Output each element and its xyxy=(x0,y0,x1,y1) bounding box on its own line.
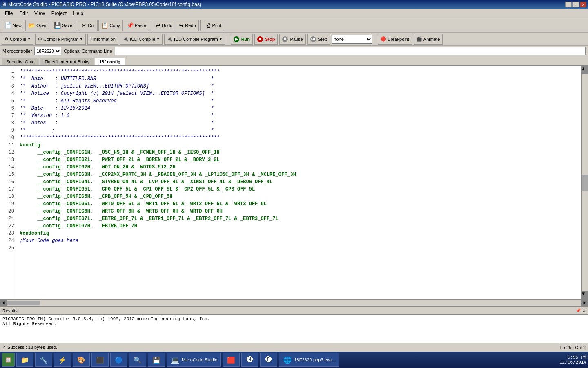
line-number: 10 xyxy=(0,134,14,141)
taskbar: 🪟 📁 🔧 ⚡ 🎨 ⬛ 🔵 🔍 💾 💻 MicroCode Studio 🟥 🅜… xyxy=(0,352,588,368)
code-line: '***************************************… xyxy=(20,134,578,141)
microcontroller-select[interactable]: 18F2620 xyxy=(34,47,61,55)
microcode-icon: 💻 xyxy=(170,355,180,365)
line-number: 14 xyxy=(0,164,14,171)
icd-compile-program-button[interactable]: 🔌 ICD Compile Program ▼ xyxy=(164,34,225,45)
command-line-input[interactable] xyxy=(115,47,586,55)
close-button[interactable]: ✕ xyxy=(580,2,586,7)
line-number: 20 xyxy=(0,208,14,215)
code-editor[interactable]: '***************************************… xyxy=(16,66,581,299)
pause-icon: ⏸ xyxy=(282,36,288,42)
results-header: Results 📌 ✕ xyxy=(0,307,588,315)
run-button[interactable]: ▶ Run xyxy=(231,34,253,45)
vertical-scrollbar[interactable]: ▲ ▼ xyxy=(581,66,588,299)
taskbar-cmd[interactable]: ⬛ xyxy=(91,353,109,367)
open-button[interactable]: 📂 Open xyxy=(25,20,50,31)
line-number: 6 xyxy=(0,105,14,112)
code-line: __config _CONFIG5L, _CP0_OFF_5L & _CP1_O… xyxy=(20,186,578,193)
compile-button[interactable]: ⚙ Compile ▼ xyxy=(2,34,33,45)
taskbar-dp[interactable]: 🅓 xyxy=(260,353,277,367)
scroll-right-button[interactable]: ▶ xyxy=(581,300,588,306)
code-line: '* Author : [select VIEW...EDITOR OPTION… xyxy=(20,83,578,90)
menu-view[interactable]: View xyxy=(31,10,48,17)
code-line: '* ; * xyxy=(20,127,578,134)
cut-icon: ✂ xyxy=(82,22,87,29)
line-number: 19 xyxy=(0,200,14,208)
taskbar-microcode[interactable]: 💻 MicroCode Studio xyxy=(167,353,221,367)
compile-program-icon: ⚙ xyxy=(38,36,42,42)
browser-label: 18F2620 pbp3 exa... xyxy=(294,357,335,362)
icd-compile-program-dropdown-arrow: ▼ xyxy=(219,37,223,41)
scroll-down-button[interactable]: ▼ xyxy=(582,291,588,299)
results-panel: Results 📌 ✕ PICBASIC PRO(TM) Compiler 3.… xyxy=(0,306,588,343)
redo-button[interactable]: ↪ Redo xyxy=(176,20,198,31)
breakpoint-button[interactable]: 🔴 Breakpoint xyxy=(378,34,412,45)
stop-icon: ■ xyxy=(257,36,263,42)
compile-icon: ⚙ xyxy=(4,36,9,42)
taskbar-masm[interactable]: 🅜 xyxy=(241,353,258,367)
line-number: 9 xyxy=(0,127,14,134)
taskbar-arduino[interactable]: ⚡ xyxy=(54,353,71,367)
print-button[interactable]: 🖨 Print xyxy=(203,20,225,31)
compile-program-button[interactable]: ⚙ Compile Program ▼ xyxy=(35,34,86,45)
hscroll-thumb[interactable] xyxy=(7,301,40,305)
information-button[interactable]: ℹ Information xyxy=(87,34,118,45)
animate-button[interactable]: 🎬 Animate xyxy=(414,34,443,45)
microcontroller-label: Microcontroller xyxy=(2,49,32,54)
cut-button[interactable]: ✂ Cut xyxy=(79,20,98,31)
code-line: '***************************************… xyxy=(20,68,578,75)
code-line: __config _CONFIG4L, _STVREN_ON_4L & _LVP… xyxy=(20,178,578,186)
results-title: Results xyxy=(2,308,18,313)
copy-button[interactable]: 📋 Copy xyxy=(98,20,123,31)
taskbar-pbp3[interactable]: 🟥 xyxy=(223,353,240,367)
menu-edit[interactable]: Edit xyxy=(16,10,31,17)
arduino2-icon: 🔵 xyxy=(114,355,124,365)
results-pin-button[interactable]: 📌 xyxy=(576,308,581,313)
tab-timer1[interactable]: Timer1 Interrupt Blinky xyxy=(40,58,94,65)
icd-compile-button[interactable]: 🔌 ICD Compile ▼ xyxy=(120,34,163,45)
line-number: 7 xyxy=(0,112,14,119)
new-button[interactable]: 📄 New xyxy=(2,20,24,31)
separator-c2 xyxy=(375,34,375,45)
taskbar-pickit2[interactable]: 🔧 xyxy=(35,353,52,367)
taskbar-paint[interactable]: 🎨 xyxy=(73,353,90,367)
stop-button[interactable]: ■ Stop xyxy=(254,34,278,45)
run-icon: ▶ xyxy=(234,36,239,42)
taskbar-usb[interactable]: 💾 xyxy=(148,353,165,367)
save-button[interactable]: 💾 Save xyxy=(51,20,75,31)
none-select[interactable]: none xyxy=(332,35,372,44)
taskbar-explorer[interactable]: 📁 xyxy=(16,353,33,367)
separator-c1 xyxy=(228,34,228,45)
line-number: 11 xyxy=(0,141,14,149)
maximize-button[interactable]: □ xyxy=(572,2,579,7)
taskbar-browser[interactable]: 🌐 18F2620 pbp3 exa... xyxy=(279,353,339,367)
scroll-thumb[interactable] xyxy=(582,175,588,191)
step-button[interactable]: ⏭ Step xyxy=(307,34,330,45)
taskbar-search[interactable]: 🔍 xyxy=(129,353,146,367)
masm-icon: 🅜 xyxy=(245,355,255,365)
tab-security-gate[interactable]: Security_Gate xyxy=(2,58,39,65)
start-button[interactable]: 🪟 xyxy=(2,353,15,367)
dp-icon: 🅓 xyxy=(264,355,274,365)
undo-button[interactable]: ↩ Undo xyxy=(153,20,175,31)
menu-help[interactable]: Help xyxy=(70,10,87,17)
mcu-bar: Microcontroller 18F2620 Optional Command… xyxy=(0,46,588,56)
explorer-icon: 📁 xyxy=(20,355,30,365)
code-line: '* Notice : Copyright (c) 2014 [select V… xyxy=(20,90,578,97)
minimize-button[interactable]: _ xyxy=(565,2,572,7)
window-title: MicroCode Studio - PICBASIC PRO - PIC18 … xyxy=(7,2,565,7)
results-close-button[interactable]: ✕ xyxy=(582,308,586,313)
menu-file[interactable]: File xyxy=(2,10,16,17)
copy-icon: 📋 xyxy=(101,22,108,29)
taskbar-arduino2[interactable]: 🔵 xyxy=(110,353,127,367)
horizontal-scrollbar[interactable]: ◀ ▶ xyxy=(0,299,588,306)
paste-button[interactable]: 📌 Paste xyxy=(124,20,149,31)
pause-button[interactable]: ⏸ Pause xyxy=(279,34,305,45)
line-number: 3 xyxy=(0,83,14,90)
tab-18f-config[interactable]: 18f config xyxy=(95,58,125,65)
line-number: 17 xyxy=(0,186,14,193)
menu-project[interactable]: Project xyxy=(48,10,70,17)
scroll-up-button[interactable]: ▲ xyxy=(582,66,588,74)
scroll-left-button[interactable]: ◀ xyxy=(0,300,7,306)
compile-dropdown-arrow: ▼ xyxy=(27,37,31,41)
